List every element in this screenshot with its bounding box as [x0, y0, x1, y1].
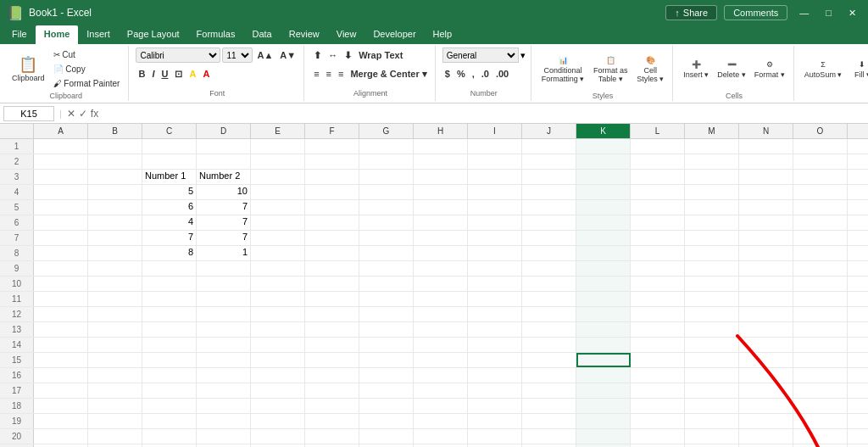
cell-B6[interactable] [88, 215, 142, 230]
row-header-2[interactable]: 2 [0, 154, 34, 169]
cell-K3[interactable] [576, 170, 631, 184]
cell-A7[interactable] [34, 231, 88, 245]
cell-B2[interactable] [88, 154, 142, 169]
cell-C17[interactable] [142, 383, 197, 398]
cell-J12[interactable] [522, 307, 576, 321]
fill-color-button[interactable]: A [186, 66, 198, 81]
cell-M13[interactable] [685, 322, 739, 337]
cell-L11[interactable] [631, 292, 685, 306]
cell-K14[interactable] [576, 338, 631, 352]
cell-G14[interactable] [359, 338, 414, 352]
formula-input[interactable] [102, 106, 865, 121]
cell-E4[interactable] [251, 185, 305, 199]
cell-F13[interactable] [305, 322, 359, 337]
col-header-H[interactable]: H [414, 124, 468, 138]
cell-E5[interactable] [251, 200, 305, 215]
cell-P9[interactable] [848, 261, 868, 276]
comments-button[interactable]: Comments [724, 5, 787, 20]
row-header-5[interactable]: 5 [0, 200, 34, 215]
cell-N14[interactable] [739, 338, 793, 352]
cell-L2[interactable] [631, 154, 685, 169]
cell-N17[interactable] [739, 383, 793, 398]
cell-L19[interactable] [631, 414, 685, 428]
cell-F17[interactable] [305, 383, 359, 398]
font-name-select[interactable]: Calibri [136, 47, 220, 63]
row-header-6[interactable]: 6 [0, 215, 34, 230]
row-header-7[interactable]: 7 [0, 231, 34, 245]
paste-button[interactable]: 📋 Clipboard [8, 47, 48, 92]
cell-E2[interactable] [251, 154, 305, 169]
cell-P5[interactable] [848, 200, 868, 215]
cell-P7[interactable] [848, 231, 868, 245]
cell-C9[interactable] [142, 261, 197, 276]
cell-B11[interactable] [88, 292, 142, 306]
cell-B14[interactable] [88, 338, 142, 352]
cell-H15[interactable] [414, 353, 468, 367]
col-header-F[interactable]: F [305, 124, 359, 138]
cell-E19[interactable] [251, 414, 305, 428]
cell-E16[interactable] [251, 368, 305, 383]
cell-B15[interactable] [88, 353, 142, 367]
cell-L12[interactable] [631, 307, 685, 321]
decrease-font-button[interactable]: A▼ [277, 47, 298, 63]
cell-O8[interactable] [793, 246, 848, 260]
cell-K18[interactable] [576, 399, 631, 413]
bold-button[interactable]: B [136, 66, 147, 81]
cell-I8[interactable] [468, 246, 522, 260]
cell-M11[interactable] [685, 292, 739, 306]
cell-G2[interactable] [359, 154, 414, 169]
cell-G8[interactable] [359, 246, 414, 260]
cell-A9[interactable] [34, 261, 88, 276]
row-header-4[interactable]: 4 [0, 185, 34, 199]
format-button[interactable]: ⚙ Format ▾ [751, 47, 788, 92]
cell-O9[interactable] [793, 261, 848, 276]
tab-view[interactable]: View [328, 25, 365, 44]
cell-J4[interactable] [522, 185, 576, 199]
cell-O4[interactable] [793, 185, 848, 199]
align-left-button[interactable]: ≡ [311, 66, 321, 81]
cell-B19[interactable] [88, 414, 142, 428]
format-as-table-button[interactable]: 📋 Format asTable ▾ [589, 47, 632, 92]
cell-A4[interactable] [34, 185, 88, 199]
autosum-button[interactable]: Σ AutoSum ▾ [801, 47, 846, 92]
cell-J8[interactable] [522, 246, 576, 260]
cell-H1[interactable] [414, 139, 468, 154]
cell-N15[interactable] [739, 353, 793, 367]
align-center-button[interactable]: ≡ [324, 66, 334, 81]
cell-K12[interactable] [576, 307, 631, 321]
cell-D4[interactable]: 10 [197, 185, 251, 199]
cell-H4[interactable] [414, 185, 468, 199]
cell-K5[interactable] [576, 200, 631, 215]
cell-J16[interactable] [522, 368, 576, 383]
cell-I13[interactable] [468, 322, 522, 337]
cell-H6[interactable] [414, 215, 468, 230]
insert-button[interactable]: ➕ Insert ▾ [680, 47, 712, 92]
cell-N9[interactable] [739, 261, 793, 276]
row-header-1[interactable]: 1 [0, 139, 34, 154]
cell-N11[interactable] [739, 292, 793, 306]
cell-N19[interactable] [739, 414, 793, 428]
cell-O20[interactable] [793, 429, 848, 444]
cell-I10[interactable] [468, 277, 522, 291]
align-right-button[interactable]: ≡ [336, 66, 346, 81]
cell-N6[interactable] [739, 215, 793, 230]
col-header-N[interactable]: N [739, 124, 793, 138]
cell-M20[interactable] [685, 429, 739, 444]
cell-A5[interactable] [34, 200, 88, 215]
cell-A16[interactable] [34, 368, 88, 383]
cell-E11[interactable] [251, 292, 305, 306]
cell-I2[interactable] [468, 154, 522, 169]
cell-B1[interactable] [88, 139, 142, 154]
cell-G15[interactable] [359, 353, 414, 367]
cell-H10[interactable] [414, 277, 468, 291]
cell-L17[interactable] [631, 383, 685, 398]
cell-N18[interactable] [739, 399, 793, 413]
row-header-16[interactable]: 16 [0, 368, 34, 383]
cell-E10[interactable] [251, 277, 305, 291]
cell-J10[interactable] [522, 277, 576, 291]
cell-G4[interactable] [359, 185, 414, 199]
cell-I18[interactable] [468, 399, 522, 413]
cell-G6[interactable] [359, 215, 414, 230]
cell-B20[interactable] [88, 429, 142, 444]
cell-A19[interactable] [34, 414, 88, 428]
